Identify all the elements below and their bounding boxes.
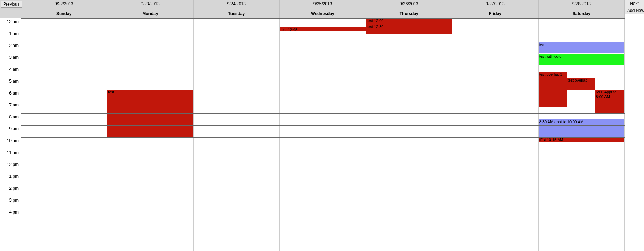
day-column[interactable] bbox=[194, 18, 280, 251]
day-header[interactable]: 9/28/2013Saturday bbox=[539, 0, 625, 18]
date-label: 9/23/2013 bbox=[141, 1, 159, 6]
hour-label: 11 am bbox=[7, 150, 19, 155]
hour-label: 4 pm bbox=[9, 210, 19, 215]
day-name-label: Monday bbox=[142, 11, 158, 16]
day-name-label: Saturday bbox=[573, 11, 590, 16]
calendar-event[interactable]: test 12:45 bbox=[280, 27, 366, 32]
day-name-label: Tuesday bbox=[228, 11, 245, 16]
date-header-row: 9/22/2013Sunday9/23/2013Monday9/24/2013T… bbox=[21, 0, 625, 18]
hour-label: 7 am bbox=[9, 103, 19, 107]
day-column[interactable]: test 12:45 bbox=[280, 18, 366, 251]
add-new-button[interactable]: Add New bbox=[625, 7, 644, 14]
calendar-event[interactable]: 8:30 AM appt to 10:00 AM bbox=[539, 119, 624, 137]
day-header[interactable]: 9/23/2013Monday bbox=[107, 0, 193, 18]
hour-label: 4 am bbox=[9, 67, 19, 72]
calendar-event[interactable]: tEst 10:15 AM bbox=[539, 137, 624, 142]
date-label: 9/27/2013 bbox=[486, 1, 504, 6]
hour-label: 6 am bbox=[9, 91, 19, 96]
date-label: 9/26/2013 bbox=[400, 1, 418, 6]
right-sidebar: Next Add New bbox=[625, 0, 644, 251]
hour-label: 12 pm bbox=[7, 162, 19, 167]
next-button[interactable]: Next bbox=[625, 0, 644, 7]
hour-label: 8 am bbox=[9, 114, 19, 119]
day-name-label: Wednesday bbox=[311, 11, 334, 16]
day-name-label: Friday bbox=[489, 11, 501, 16]
previous-button-cell: Previous bbox=[0, 0, 21, 18]
calendar-week-view: Previous 9/22/2013Sunday9/23/2013Monday9… bbox=[0, 0, 644, 251]
calendar-event[interactable]: test overlap bbox=[567, 78, 595, 90]
date-label: 9/28/2013 bbox=[572, 1, 591, 6]
hour-label: 1 am bbox=[9, 31, 19, 36]
calendar-event[interactable]: test overlap 1 bbox=[539, 72, 567, 107]
date-label: 9/22/2013 bbox=[55, 1, 73, 6]
day-column[interactable] bbox=[452, 18, 538, 251]
hour-label: 2 am bbox=[9, 43, 19, 48]
calendar-event[interactable]: test bbox=[107, 90, 193, 137]
hour-label: 9 am bbox=[9, 126, 19, 131]
hour-label: 10 am bbox=[7, 138, 19, 143]
calendar-event[interactable]: test with color bbox=[539, 54, 624, 65]
day-header[interactable]: 9/27/2013Friday bbox=[452, 0, 538, 18]
time-gutter: 12 am1 am2 am3 am4 am5 am6 am7 am8 am9 a… bbox=[0, 18, 21, 251]
previous-button[interactable]: Previous bbox=[1, 1, 22, 8]
hour-label: 2 pm bbox=[9, 186, 19, 191]
hour-label: 3 am bbox=[9, 55, 19, 60]
day-name-label: Sunday bbox=[56, 11, 71, 16]
day-header[interactable]: 9/24/2013Tuesday bbox=[194, 0, 280, 18]
day-columns: testtest 12:45test 12:00test 12:30testte… bbox=[21, 18, 625, 251]
day-column[interactable]: test 12:00test 12:30 bbox=[366, 18, 452, 251]
hour-label: 5 am bbox=[9, 79, 19, 84]
hour-label: 1 pm bbox=[9, 174, 19, 179]
hour-label: 3 pm bbox=[9, 198, 19, 203]
calendar-header: Previous 9/22/2013Sunday9/23/2013Monday9… bbox=[0, 0, 625, 18]
calendar-event[interactable]: test 12:30 bbox=[366, 24, 452, 34]
calendar-event[interactable]: 6:00 Appt to 8:00 AM bbox=[595, 90, 624, 113]
day-column[interactable]: testtest with colortest overlap 1test ov… bbox=[539, 18, 625, 251]
date-label: 9/24/2013 bbox=[227, 1, 246, 6]
day-name-label: Thursday bbox=[400, 11, 418, 16]
day-header[interactable]: 9/26/2013Thursday bbox=[366, 0, 452, 18]
calendar-event[interactable]: test bbox=[539, 42, 624, 53]
day-column[interactable] bbox=[21, 18, 107, 251]
day-column[interactable]: test bbox=[107, 18, 193, 251]
hour-label: 12 am bbox=[7, 19, 19, 24]
date-label: 9/25/2013 bbox=[313, 1, 332, 6]
calendar-main: Previous 9/22/2013Sunday9/23/2013Monday9… bbox=[0, 0, 625, 251]
day-header[interactable]: 9/22/2013Sunday bbox=[21, 0, 107, 18]
day-header[interactable]: 9/25/2013Wednesday bbox=[280, 0, 366, 18]
calendar-grid: 12 am1 am2 am3 am4 am5 am6 am7 am8 am9 a… bbox=[0, 18, 625, 251]
